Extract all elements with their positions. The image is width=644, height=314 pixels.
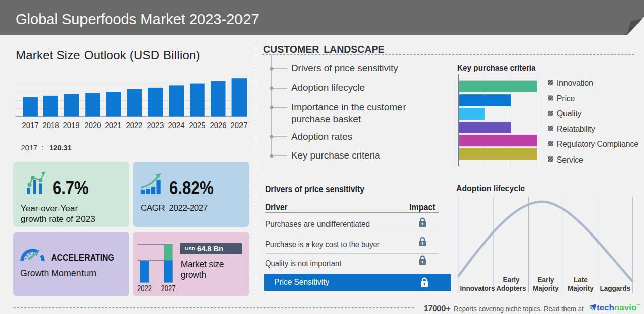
svg-text:2022: 2022: [137, 284, 152, 293]
svg-text:2021: 2021: [105, 121, 122, 130]
svg-text:2020: 2020: [85, 121, 101, 130]
svg-text:2022: 2022: [126, 121, 143, 130]
svg-text:2023: 2023: [147, 121, 164, 130]
svg-text:2025: 2025: [189, 121, 206, 130]
svg-text:2027: 2027: [161, 284, 176, 293]
svg-text:2018: 2018: [43, 121, 59, 130]
svg-text:2024: 2024: [168, 121, 185, 130]
svg-text:2019: 2019: [63, 121, 80, 130]
svg-text:2026: 2026: [210, 121, 227, 130]
svg-text:2017: 2017: [22, 121, 39, 130]
svg-text:2027: 2027: [231, 121, 248, 130]
